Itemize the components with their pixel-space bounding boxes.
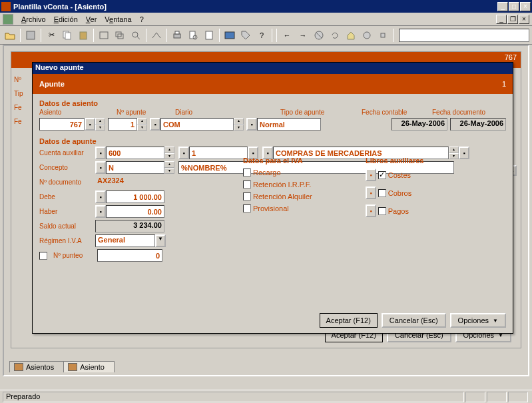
cuenta-desc-spinner[interactable]: ▴▾ <box>449 147 459 159</box>
n-apunte-spinner[interactable]: ▴▾ <box>137 118 147 131</box>
label-recargo: Recargo <box>253 169 281 177</box>
stop-icon[interactable] <box>312 28 326 43</box>
asiento-lookup-button[interactable]: ▪ <box>85 118 95 131</box>
costes-button[interactable]: ▪ <box>366 169 376 181</box>
fecha-contable-field: 26-May-2006 <box>392 118 447 131</box>
label-provisional: Provisional <box>253 204 289 212</box>
close-button[interactable]: × <box>520 2 531 11</box>
child-restore-button[interactable]: ❐ <box>507 15 518 24</box>
window-icon[interactable] <box>97 28 111 43</box>
help-icon[interactable]: ? <box>254 28 269 43</box>
bg-label-tip: Tip <box>14 90 29 97</box>
child-minimize-button[interactable]: _ <box>496 15 507 24</box>
debe-input[interactable] <box>106 191 164 203</box>
tipo-lookup-button[interactable]: ▪ <box>246 118 257 131</box>
paste-icon[interactable] <box>76 28 91 43</box>
concepto1-spinner[interactable]: ▴▾ <box>164 161 174 174</box>
label-n-doc: Nº documento <box>39 179 91 186</box>
cuenta2-input[interactable] <box>189 147 248 159</box>
svg-point-17 <box>364 32 370 39</box>
bg-number: 767 <box>505 53 517 61</box>
opciones-button[interactable]: Opciones▼ <box>450 313 506 328</box>
label-concepto: Concepto <box>39 164 91 171</box>
label-diario: Diario <box>175 109 268 116</box>
debe-calc-button[interactable]: ▪ <box>95 191 106 203</box>
page-icon[interactable] <box>202 28 216 43</box>
tool-icon[interactable] <box>376 28 390 43</box>
pagos-checkbox[interactable] <box>378 207 386 215</box>
concepto1-input[interactable] <box>106 161 164 174</box>
dialog-titlebar: Nuevo apunte <box>33 63 513 74</box>
cobros-button[interactable]: ▪ <box>366 187 376 199</box>
ret-irpf-checkbox[interactable] <box>243 181 251 189</box>
mdi-icon[interactable] <box>3 14 13 25</box>
diario-input[interactable] <box>160 118 234 131</box>
cuenta1-spinner[interactable]: ▴▾ <box>164 147 174 159</box>
back-icon[interactable]: ← <box>280 28 294 43</box>
save-icon[interactable] <box>23 28 38 43</box>
cuenta-desc-pick-button[interactable]: ▪ <box>459 147 469 159</box>
asiento-spinner[interactable]: ▴▾ <box>95 118 105 131</box>
svg-rect-11 <box>190 31 195 39</box>
minimize-button[interactable]: _ <box>497 2 508 11</box>
n-punteo-input[interactable] <box>97 249 162 262</box>
asiento-input[interactable] <box>39 118 85 131</box>
provisional-checkbox[interactable] <box>243 204 251 212</box>
cobros-checkbox[interactable] <box>378 189 386 197</box>
iva-panel: Datos para el IVA Recargo Retención I.R.… <box>243 157 356 216</box>
cuenta1-lookup-button[interactable]: ▪ <box>95 147 106 159</box>
cascade-icon[interactable] <box>113 28 127 43</box>
maximize-button[interactable]: □ <box>509 2 519 11</box>
diario-lookup-button[interactable]: ▪ <box>150 118 160 131</box>
cancelar-button[interactable]: Cancelar (Esc) <box>382 313 446 328</box>
dialog-header: Apunte 1 <box>33 74 513 94</box>
recargo-checkbox[interactable] <box>243 169 251 177</box>
tipo-apunte-input[interactable] <box>257 118 321 131</box>
label-debe: Debe <box>39 193 91 201</box>
section-apunte: Datos de apunte <box>39 137 506 145</box>
regimen-combo[interactable]: General▼ <box>95 234 166 247</box>
child-close-button[interactable]: × <box>519 15 529 24</box>
pagos-button[interactable]: ▪ <box>366 204 376 217</box>
cuenta2-lookup-button[interactable]: ▪ <box>178 147 189 159</box>
menu-help[interactable]: ? <box>136 14 148 25</box>
cut-icon[interactable]: ✂ <box>44 28 59 43</box>
costes-checkbox[interactable]: ✓ <box>378 171 386 179</box>
forward-icon[interactable]: → <box>296 28 310 43</box>
tag-icon[interactable] <box>238 28 253 43</box>
svg-rect-0 <box>27 31 35 39</box>
preview-icon[interactable] <box>186 28 200 43</box>
export-icon[interactable] <box>149 28 164 43</box>
open-icon[interactable] <box>3 28 17 43</box>
n-apunte-input[interactable] <box>108 118 137 131</box>
screen-icon[interactable] <box>222 28 237 43</box>
punteo-checkbox[interactable] <box>39 252 47 260</box>
globe-icon[interactable] <box>360 28 374 43</box>
menu-ver[interactable]: Ver <box>82 14 101 25</box>
aceptar-button[interactable]: Aceptar (F12) <box>320 313 378 328</box>
ret-alq-checkbox[interactable] <box>243 193 251 201</box>
status-cell-1 <box>465 392 485 402</box>
copy-icon[interactable] <box>60 28 75 43</box>
cuenta1-input[interactable] <box>106 147 164 159</box>
home-icon[interactable] <box>344 28 358 43</box>
diario-spinner[interactable]: ▴▾ <box>234 118 244 131</box>
app-icon <box>1 2 11 11</box>
label-pagos: Pagos <box>388 207 409 215</box>
menu-edicion[interactable]: Edición <box>50 14 82 25</box>
label-cobros: Cobros <box>388 189 411 197</box>
bg-label-no: Nº <box>14 76 29 83</box>
haber-input[interactable] <box>106 205 164 218</box>
concepto1-lookup-button[interactable]: ▪ <box>95 161 106 174</box>
refresh-icon[interactable] <box>328 28 342 43</box>
label-tipo-apunte: Tipo de apunte <box>280 109 350 116</box>
zoom-icon[interactable] <box>129 28 143 43</box>
menu-archivo[interactable]: Archivo <box>17 14 50 25</box>
menu-ventana[interactable]: Ventana <box>101 14 135 25</box>
search-input[interactable] <box>399 29 529 42</box>
toolbar: ✂ ? ← → <box>0 26 532 45</box>
print-icon[interactable] <box>170 28 184 43</box>
haber-calc-button[interactable]: ▪ <box>95 205 106 218</box>
tab-asientos[interactable]: Asientos <box>9 361 64 372</box>
tab-asiento[interactable]: Asiento <box>63 361 115 372</box>
